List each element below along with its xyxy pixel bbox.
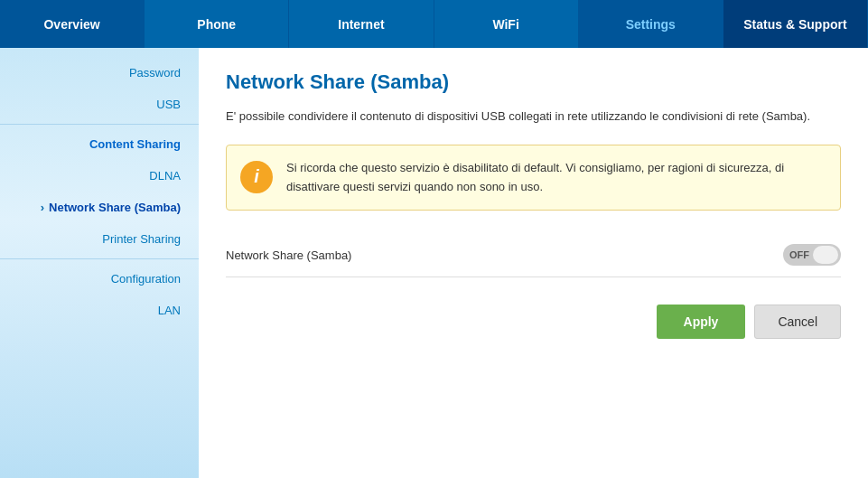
toggle-switch[interactable]: OFF — [783, 244, 841, 266]
nav-phone[interactable]: Phone — [145, 0, 289, 48]
chevron-icon: › — [41, 201, 44, 214]
nav-status-support[interactable]: Status & Support — [723, 0, 868, 48]
sidebar-divider-1 — [0, 124, 199, 125]
page-description: E' possibile condividere il contenuto di… — [226, 108, 841, 127]
sidebar-item-dlna[interactable]: DLNA — [0, 160, 199, 192]
info-box: i Si ricorda che questo servizio è disab… — [226, 145, 841, 211]
toggle-state: OFF — [789, 249, 809, 260]
nav-internet[interactable]: Internet — [289, 0, 434, 48]
sidebar-divider-2 — [0, 258, 199, 259]
info-message: Si ricorda che questo servizio è disabil… — [286, 159, 826, 197]
nav-settings[interactable]: Settings — [579, 0, 723, 48]
nav-overview[interactable]: Overview — [0, 0, 145, 48]
top-navigation: Overview Phone Internet WiFi Settings St… — [0, 0, 868, 48]
page-title: Network Share (Samba) — [226, 70, 841, 94]
button-row: Apply Cancel — [226, 305, 841, 339]
info-icon: i — [240, 161, 273, 193]
toggle-knob — [813, 246, 838, 264]
sidebar-item-usb[interactable]: USB — [0, 89, 199, 120]
sidebar-item-content-sharing[interactable]: Content Sharing — [0, 128, 199, 160]
sidebar-item-printer-sharing[interactable]: Printer Sharing — [0, 223, 199, 255]
toggle-label: Network Share (Samba) — [226, 248, 351, 262]
content-area: Network Share (Samba) E' possibile condi… — [199, 48, 868, 478]
main-layout: Password USB Content Sharing DLNA › Netw… — [0, 48, 868, 478]
cancel-button[interactable]: Cancel — [754, 305, 841, 339]
nav-wifi[interactable]: WiFi — [434, 0, 579, 48]
sidebar-item-network-share[interactable]: › Network Share (Samba) — [0, 192, 199, 223]
sidebar-item-lan[interactable]: LAN — [0, 295, 199, 326]
apply-button[interactable]: Apply — [657, 305, 746, 339]
sidebar: Password USB Content Sharing DLNA › Netw… — [0, 48, 199, 478]
toggle-row: Network Share (Samba) OFF — [226, 233, 841, 277]
sidebar-item-configuration[interactable]: Configuration — [0, 263, 199, 295]
sidebar-item-password[interactable]: Password — [0, 57, 199, 89]
